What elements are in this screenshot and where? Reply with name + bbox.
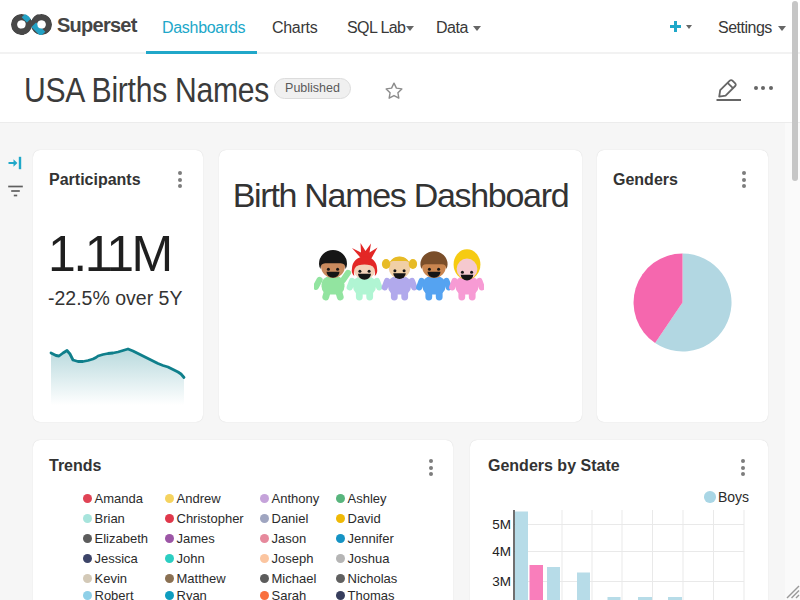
svg-text:3M: 3M xyxy=(492,574,511,589)
svg-text:5M: 5M xyxy=(492,517,511,532)
svg-text:4M: 4M xyxy=(492,544,511,559)
